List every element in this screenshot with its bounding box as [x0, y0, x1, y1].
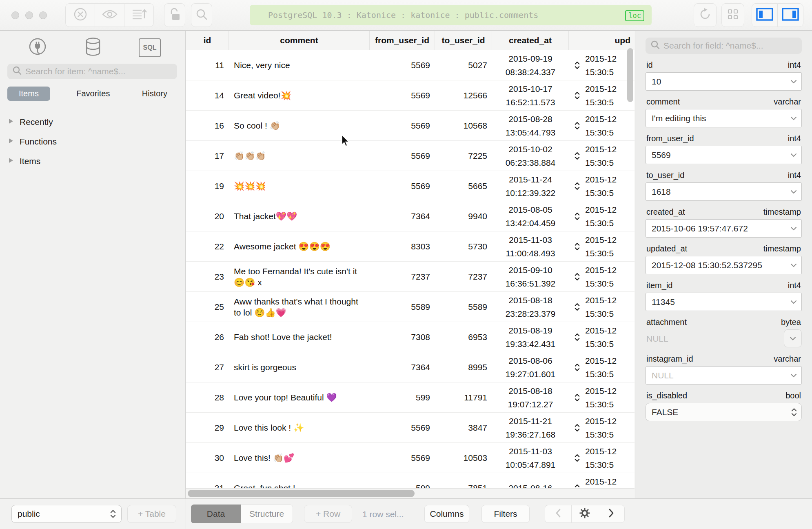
- cell-created-at[interactable]: 2015-11-0310:05:47.891: [492, 443, 569, 473]
- cell-updated-at[interactable]: 2015-1215:30:5: [585, 171, 635, 201]
- cell-to-user-id[interactable]: 5665: [435, 171, 492, 201]
- row-stepper-icon[interactable]: [569, 352, 585, 382]
- tab-items[interactable]: Items: [7, 87, 50, 101]
- cell-id[interactable]: 17: [186, 141, 229, 171]
- field-input-created_at[interactable]: 2015-10-06 19:57:47.672: [646, 219, 802, 238]
- cell-id[interactable]: 22: [186, 231, 229, 261]
- table-row[interactable]: 19💥💥💥556956652015-11-2410:12:39.3222015-…: [186, 171, 635, 201]
- cell-to-user-id[interactable]: 3847: [435, 413, 492, 442]
- table-row[interactable]: 17👏🏼👏🏼👏🏼556972252015-10-0206:23:38.88420…: [186, 141, 635, 171]
- cell-created-at[interactable]: 2015-09-1016:36:51.392: [492, 262, 569, 291]
- vertical-scrollbar-thumb[interactable]: [627, 48, 633, 102]
- row-stepper-icon[interactable]: [569, 201, 585, 231]
- cell-created-at[interactable]: 2015-08-2813:05:44.793: [492, 111, 569, 140]
- cell-from-user-id[interactable]: 5569: [370, 443, 435, 473]
- inspector-search-field[interactable]: [646, 38, 802, 54]
- cell-from-user-id[interactable]: 7364: [370, 201, 435, 231]
- table-row[interactable]: 27skirt is gorgeous736489952015-08-0619:…: [186, 352, 635, 382]
- next-row-button[interactable]: [598, 505, 625, 523]
- cell-from-user-id[interactable]: 5569: [370, 80, 435, 110]
- table-row[interactable]: 23Me too Fernanda! It's cute isn't it 😊😘…: [186, 262, 635, 292]
- cell-id[interactable]: 29: [186, 413, 229, 442]
- cell-id[interactable]: 27: [186, 352, 229, 382]
- cell-created-at[interactable]: 2015-08-0619:27:01.601: [492, 352, 569, 382]
- cell-to-user-id[interactable]: 5730: [435, 231, 492, 261]
- table-row[interactable]: 22Awesome jacket 😍😍😍830357302015-11-0311…: [186, 231, 635, 262]
- cell-from-user-id[interactable]: 5569: [370, 111, 435, 140]
- search-toolbar-button[interactable]: [191, 3, 212, 27]
- cell-created-at[interactable]: 2015-10-0206:23:38.884: [492, 141, 569, 171]
- cell-from-user-id[interactable]: 7237: [370, 262, 435, 291]
- refresh-button[interactable]: [694, 3, 717, 27]
- lock-button[interactable]: [164, 3, 185, 27]
- cell-to-user-id[interactable]: 11791: [435, 382, 492, 412]
- row-stepper-icon[interactable]: [569, 50, 585, 80]
- table-row[interactable]: 26Fab shot! Love the jacket!730869532015…: [186, 322, 635, 352]
- sidebar-item-recently[interactable]: Recently: [0, 112, 185, 132]
- cell-from-user-id[interactable]: 5589: [370, 292, 435, 322]
- cell-id[interactable]: 19: [186, 171, 229, 201]
- cell-comment[interactable]: Love your top! Beautiful 💜: [229, 382, 370, 412]
- cell-to-user-id[interactable]: 10503: [435, 443, 492, 473]
- field-input-from_user_id[interactable]: 5569: [646, 146, 802, 164]
- cell-created-at[interactable]: 2015-08-1919:33:42.431: [492, 322, 569, 352]
- row-stepper-icon[interactable]: [569, 111, 585, 140]
- add-table-button[interactable]: + Table: [127, 505, 176, 523]
- add-row-button[interactable]: + Row: [304, 505, 352, 523]
- cell-to-user-id[interactable]: 5589: [435, 292, 492, 322]
- row-settings-button[interactable]: [571, 505, 598, 523]
- toggle-right-sidebar-button[interactable]: [777, 3, 803, 27]
- cell-id[interactable]: 26: [186, 322, 229, 352]
- field-input-is_disabled[interactable]: FALSE: [646, 403, 802, 421]
- table-row[interactable]: 29Love this look ! ✨556938472015-11-2119…: [186, 413, 635, 443]
- column-header-created_at[interactable]: created_at: [492, 31, 569, 50]
- cell-created-at[interactable]: 2015-08-0513:42:04.459: [492, 201, 569, 231]
- schema-select[interactable]: public: [11, 505, 122, 523]
- column-header-comment[interactable]: comment: [229, 31, 370, 50]
- row-stepper-icon[interactable]: [569, 322, 585, 352]
- row-stepper-icon[interactable]: [569, 231, 585, 261]
- cell-id[interactable]: 23: [186, 262, 229, 291]
- table-row[interactable]: 14Great video!💥5569125662015-10-1716:52:…: [186, 80, 635, 111]
- cell-comment[interactable]: Aww thanks that's what I thought to lol …: [229, 292, 370, 322]
- sidebar-search-input[interactable]: [25, 67, 172, 76]
- row-stepper-icon[interactable]: [569, 262, 585, 291]
- cell-created-at[interactable]: 2015-08-1819:07:12.27: [492, 382, 569, 412]
- cell-to-user-id[interactable]: 10568: [435, 111, 492, 140]
- horizontal-scrollbar-track[interactable]: [186, 488, 635, 498]
- cell-updated-at[interactable]: 2015-1215:30:5: [585, 201, 635, 231]
- column-header-id[interactable]: id: [186, 31, 229, 50]
- sidebar-search-field[interactable]: [7, 64, 177, 79]
- previous-row-button[interactable]: [545, 505, 572, 523]
- tab-history[interactable]: History: [136, 87, 173, 101]
- cell-id[interactable]: 16: [186, 111, 229, 140]
- row-stepper-icon[interactable]: [569, 382, 585, 412]
- cell-comment[interactable]: Fab shot! Love the jacket!: [229, 322, 370, 352]
- sidebar-item-functions[interactable]: Functions: [0, 132, 185, 151]
- cell-comment[interactable]: That jacket💖💖: [229, 201, 370, 231]
- cell-comment[interactable]: Love this look ! ✨: [229, 413, 370, 442]
- column-header-upd[interactable]: upd: [585, 31, 635, 50]
- zoom-window-button[interactable]: [39, 11, 47, 19]
- cell-id[interactable]: 25: [186, 292, 229, 322]
- cell-created-at[interactable]: 2015-11-2410:12:39.322: [492, 171, 569, 201]
- cell-id[interactable]: 11: [186, 50, 229, 80]
- field-input-instagram_id[interactable]: NULL: [646, 366, 802, 385]
- cell-from-user-id[interactable]: 5569: [370, 413, 435, 442]
- view-button[interactable]: [95, 3, 124, 27]
- cell-updated-at[interactable]: 2015-1215:30:5: [585, 443, 635, 473]
- cell-to-user-id[interactable]: 12566: [435, 80, 492, 110]
- cell-updated-at[interactable]: 2015-1215:30:5: [585, 382, 635, 412]
- grid-view-button[interactable]: [721, 3, 744, 27]
- cell-to-user-id[interactable]: 7237: [435, 262, 492, 291]
- cell-updated-at[interactable]: 2015-1215:30:5: [585, 292, 635, 322]
- sql-icon[interactable]: SQL: [139, 38, 161, 57]
- field-input-comment[interactable]: I'm editing this: [646, 109, 802, 127]
- inspector-search-input[interactable]: [663, 41, 797, 51]
- tab-structure[interactable]: Structure: [241, 505, 293, 523]
- row-stepper-icon[interactable]: [569, 141, 585, 171]
- cell-to-user-id[interactable]: 6953: [435, 322, 492, 352]
- cell-updated-at[interactable]: 2015-1215:30:5: [585, 322, 635, 352]
- minimize-window-button[interactable]: [25, 11, 33, 19]
- row-stepper-icon[interactable]: [569, 80, 585, 110]
